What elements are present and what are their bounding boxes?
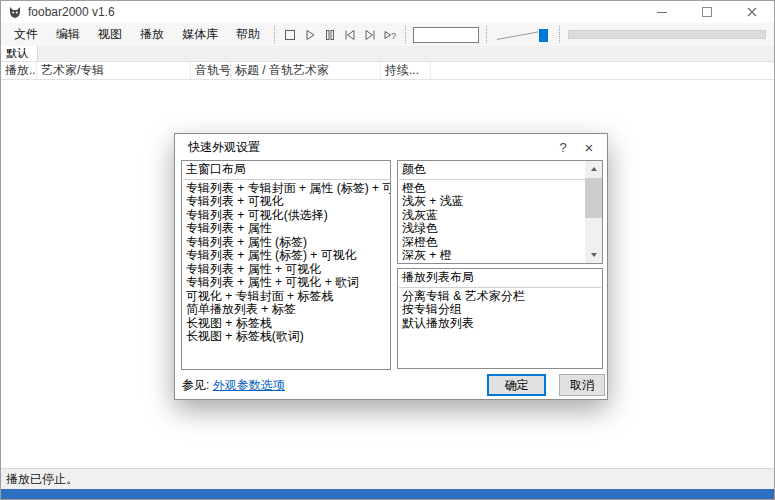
close-icon <box>747 7 757 17</box>
see-also-label: 参见: <box>182 378 209 392</box>
layout-option[interactable]: 长视图 + 标签栈 <box>182 317 390 331</box>
stop-button[interactable] <box>281 26 299 44</box>
volume-ramp-icon <box>494 27 552 43</box>
toolbar-grip <box>405 26 406 43</box>
layout-option[interactable]: 专辑列表 + 可视化 <box>182 195 390 209</box>
random-icon: ? <box>382 27 398 43</box>
dialog-title: 快速外观设置 <box>188 139 260 156</box>
color-option[interactable]: 深灰 + 浅红 <box>398 263 602 265</box>
close-button[interactable] <box>729 1 774 23</box>
menu-toolbar: 文件编辑视图播放媒体库帮助 ? <box>1 23 774 46</box>
color-option[interactable]: 深灰 + 橙 <box>398 249 602 263</box>
column-header[interactable]: 持续... <box>381 62 431 79</box>
menu-bar: 文件编辑视图播放媒体库帮助 <box>5 23 269 46</box>
menu-item[interactable]: 视图 <box>89 23 131 46</box>
layout-option[interactable]: 专辑列表 + 专辑封面 + 属性 (标签) + 可视化 + 歌词 <box>182 182 390 196</box>
playlist-layout-option[interactable]: 默认播放列表 <box>398 317 602 331</box>
dialog-help-button[interactable]: ? <box>550 134 576 160</box>
search-input[interactable] <box>413 27 479 43</box>
color-option[interactable]: 浅灰 + 浅蓝 <box>398 195 602 209</box>
color-option[interactable]: 深橙色 <box>398 236 602 250</box>
play-button[interactable] <box>301 26 319 44</box>
layout-option[interactable]: 专辑列表 + 属性 + 可视化 + 歌词 <box>182 276 390 290</box>
chevron-down-icon <box>591 253 597 257</box>
scroll-up-button[interactable] <box>585 161 602 177</box>
column-header[interactable]: 标题 / 音轨艺术家 <box>231 62 381 79</box>
previous-button[interactable] <box>341 26 359 44</box>
status-text: 播放已停止。 <box>6 471 78 488</box>
dialog-close-button[interactable]: × <box>576 134 602 160</box>
minimize-icon <box>657 12 667 13</box>
playlist-layout-items: 分离专辑 & 艺术家分栏按专辑分组默认播放列表 <box>398 290 602 331</box>
layout-option[interactable]: 专辑列表 + 属性 + 可视化 <box>182 263 390 277</box>
scrollbar-thumb[interactable] <box>585 178 602 218</box>
toolbar-grip <box>486 26 487 43</box>
next-icon <box>362 27 378 43</box>
playlist-layout-listbox[interactable]: 播放列表布局 分离专辑 & 艺术家分栏按专辑分组默认播放列表 <box>397 268 603 369</box>
layout-option[interactable]: 专辑列表 + 属性 (标签) <box>182 236 390 250</box>
toolbar-grip <box>274 26 275 43</box>
menu-item[interactable]: 媒体库 <box>173 23 227 46</box>
main-layout-listbox[interactable]: 主窗口布局 专辑列表 + 专辑封面 + 属性 (标签) + 可视化 + 歌词专辑… <box>181 160 391 370</box>
color-option[interactable]: 浅绿色 <box>398 222 602 236</box>
title-bar[interactable]: foobar2000 v1.6 <box>1 1 774 23</box>
seek-bar[interactable] <box>568 30 766 39</box>
previous-icon <box>342 27 358 43</box>
see-also: 参见: 外观参数选项 <box>182 377 285 394</box>
next-button[interactable] <box>361 26 379 44</box>
maximize-icon <box>702 7 712 17</box>
group-separator <box>399 287 601 288</box>
menu-item[interactable]: 文件 <box>5 23 47 46</box>
menu-item[interactable]: 编辑 <box>47 23 89 46</box>
cancel-button[interactable]: 取消 <box>559 374 605 396</box>
svg-text:?: ? <box>391 31 396 41</box>
layout-option[interactable]: 简单播放列表 + 标签 <box>182 303 390 317</box>
column-header[interactable]: 艺术家/专辑 <box>37 62 191 79</box>
chevron-up-icon <box>591 167 597 171</box>
status-bar: 播放已停止。 <box>1 468 774 489</box>
quick-appearance-setup-dialog: 快速外观设置 ? × 主窗口布局 专辑列表 + 专辑封面 + 属性 (标签) +… <box>174 133 608 400</box>
group-header-playlist-layout: 播放列表布局 <box>398 271 602 285</box>
column-header[interactable]: 音轨号 <box>191 62 231 79</box>
group-separator <box>399 179 601 180</box>
pause-button[interactable] <box>321 26 339 44</box>
appearance-preferences-link[interactable]: 外观参数选项 <box>213 378 285 392</box>
layout-option[interactable]: 专辑列表 + 属性 <box>182 222 390 236</box>
stop-icon <box>282 27 298 43</box>
dialog-title-bar[interactable]: 快速外观设置 ? × <box>175 134 607 160</box>
column-header[interactable]: 播放... <box>1 62 37 79</box>
playlist-tab-strip: 默认 <box>1 46 774 62</box>
group-header-colors: 颜色 <box>398 163 602 177</box>
color-option[interactable]: 橙色 <box>398 182 602 196</box>
playlist-column-headers: 播放...艺术家/专辑音轨号标题 / 音轨艺术家持续... <box>1 62 774 80</box>
color-items: 橙色浅灰 + 浅蓝浅灰蓝浅绿色深橙色深灰 + 橙深灰 + 浅红 <box>398 182 602 265</box>
play-icon <box>302 27 318 43</box>
random-button[interactable]: ? <box>381 26 399 44</box>
ok-button[interactable]: 确定 <box>487 374 546 396</box>
colors-scrollbar[interactable] <box>585 161 602 263</box>
window-title: foobar2000 v1.6 <box>28 5 115 19</box>
layout-option[interactable]: 专辑列表 + 属性 (标签) + 可视化 <box>182 249 390 263</box>
volume-slider[interactable] <box>492 27 554 43</box>
maximize-button[interactable] <box>684 1 729 23</box>
layout-option[interactable]: 专辑列表 + 可视化(供选择) <box>182 209 390 223</box>
colors-listbox[interactable]: 颜色 橙色浅灰 + 浅蓝浅灰蓝浅绿色深橙色深灰 + 橙深灰 + 浅红 <box>397 160 603 264</box>
menu-item[interactable]: 帮助 <box>227 23 269 46</box>
layout-option[interactable]: 可视化 + 专辑封面 + 标签栈 <box>182 290 390 304</box>
main-layout-items: 专辑列表 + 专辑封面 + 属性 (标签) + 可视化 + 歌词专辑列表 + 可… <box>182 182 390 344</box>
scrollbar-track[interactable] <box>585 177 602 247</box>
group-header-main-layout: 主窗口布局 <box>182 163 390 177</box>
menu-item[interactable]: 播放 <box>131 23 173 46</box>
foobar-logo-icon <box>8 6 22 19</box>
toolbar-grip <box>559 26 560 43</box>
playlist-layout-option[interactable]: 分离专辑 & 艺术家分栏 <box>398 290 602 304</box>
layout-option[interactable]: 长视图 + 标签栈(歌词) <box>182 330 390 344</box>
scroll-down-button[interactable] <box>585 247 602 263</box>
minimize-button[interactable] <box>639 1 684 23</box>
playlist-layout-option[interactable]: 按专辑分组 <box>398 303 602 317</box>
tab-default[interactable]: 默认 <box>1 46 38 61</box>
taskbar-strip <box>1 489 774 499</box>
color-option[interactable]: 浅灰蓝 <box>398 209 602 223</box>
pause-icon <box>322 27 338 43</box>
volume-thumb <box>539 29 548 42</box>
